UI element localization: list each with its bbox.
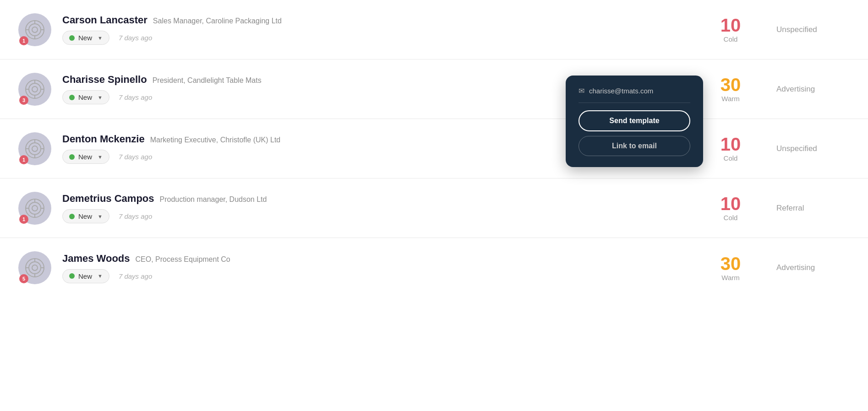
status-dropdown[interactable]: New ▼ [62,31,109,45]
status-dropdown[interactable]: New ▼ [62,150,109,164]
contact-meta: New ▼ 7 days ago [62,209,703,223]
score-label: Warm [721,274,739,281]
time-ago: 7 days ago [119,272,152,280]
status-dropdown[interactable]: New ▼ [62,269,109,283]
svg-point-16 [32,146,38,151]
source-section: Referral [776,204,850,213]
status-dropdown[interactable]: New ▼ [62,90,109,104]
chevron-down-icon: ▼ [98,214,103,219]
chevron-down-icon: ▼ [98,154,103,160]
svg-point-30 [32,265,38,270]
link-to-email-button[interactable]: Link to email [579,136,690,156]
status-label: New [78,34,92,42]
avatar: 1 [18,132,51,165]
time-ago: 7 days ago [119,212,152,220]
svg-point-23 [32,206,38,211]
avatar: 5 [18,251,51,284]
score-number: 10 [721,16,741,34]
score-number: 30 [721,76,741,94]
status-dot [69,95,75,100]
avatar: 1 [18,13,51,46]
contact-row: 1 Carson Lancaster Sales Manager, Caroli… [0,0,868,59]
contact-row: 5 James Woods CEO, Process Equipment Co … [0,238,868,297]
contact-list: 1 Carson Lancaster Sales Manager, Caroli… [0,0,868,297]
contact-row: 3 Charisse Spinello President, Candlelig… [0,59,868,119]
score-number: 10 [721,195,741,213]
contact-meta: New ▼ 7 days ago [62,269,703,283]
svg-point-22 [29,202,41,214]
source-text: Unspecified [776,144,817,153]
contact-name: Demetrius Campos [62,193,154,205]
badge: 3 [19,96,28,105]
email-icon: ✉ [579,87,584,95]
contact-name: James Woods [62,253,130,265]
contact-title: CEO, Process Equipment Co [136,255,230,264]
status-label: New [78,272,92,280]
svg-point-15 [29,143,41,155]
badge: 5 [19,274,28,283]
score-section: 10 Cold [703,195,758,222]
badge: 1 [19,215,28,224]
popup-email-row: ✉ charisse@tmats.com [579,87,690,103]
svg-point-9 [32,87,38,92]
svg-point-8 [29,83,41,95]
score-section: 30 Warm [703,76,758,103]
status-dot [69,214,75,219]
source-text: Referral [776,204,804,212]
score-section: 10 Cold [703,16,758,43]
contact-name-row: James Woods CEO, Process Equipment Co [62,253,703,265]
source-text: Advertising [776,263,815,272]
badge: 1 [19,36,28,45]
status-label: New [78,93,92,101]
source-section: Unspecified [776,144,850,153]
contact-info: Carson Lancaster Sales Manager, Caroline… [62,14,703,45]
score-section: 30 Warm [703,254,758,281]
contact-name-row: Demetrius Campos Production manager, Dud… [62,193,703,205]
avatar: 1 [18,192,51,225]
contact-title: Sales Manager, Caroline Packaging Ltd [153,17,282,25]
source-section: Advertising [776,85,850,94]
contact-row: 1 Demetrius Campos Production manager, D… [0,178,868,238]
score-number: 10 [721,135,741,153]
svg-point-29 [29,262,41,274]
source-text: Advertising [776,85,815,93]
contact-name-row: Carson Lancaster Sales Manager, Caroline… [62,14,703,26]
score-label: Cold [724,35,738,43]
source-section: Advertising [776,263,850,272]
avatar: 3 [18,73,51,106]
status-label: New [78,212,92,220]
chevron-down-icon: ▼ [98,273,103,279]
contact-title: Marketing Executive, Christofle (UK) Ltd [150,136,281,144]
popup-email-text: charisse@tmats.com [589,87,653,95]
score-label: Cold [724,154,738,162]
contact-row: 1 Denton Mckenzie Marketing Executive, C… [0,119,868,178]
email-popup: ✉ charisse@tmats.com Send template Link … [566,76,703,167]
contact-title: President, Candlelight Table Mats [153,76,262,85]
status-dot [69,154,75,160]
contact-title: Production manager, Dudson Ltd [160,195,267,204]
time-ago: 7 days ago [119,93,152,101]
score-label: Warm [721,95,739,103]
time-ago: 7 days ago [119,153,152,161]
contact-name: Denton Mckenzie [62,133,145,145]
contact-meta: New ▼ 7 days ago [62,31,703,45]
contact-name: Charisse Spinello [62,74,147,86]
contact-info: Demetrius Campos Production manager, Dud… [62,193,703,223]
time-ago: 7 days ago [119,34,152,42]
score-section: 10 Cold [703,135,758,162]
chevron-down-icon: ▼ [98,35,103,41]
svg-point-2 [32,27,38,32]
svg-point-1 [29,24,41,36]
badge: 1 [19,155,28,164]
status-dot [69,273,75,279]
source-text: Unspecified [776,25,817,34]
chevron-down-icon: ▼ [98,95,103,100]
contact-info: James Woods CEO, Process Equipment Co Ne… [62,253,703,283]
status-dropdown[interactable]: New ▼ [62,209,109,223]
score-label: Cold [724,214,738,222]
source-section: Unspecified [776,25,850,34]
status-label: New [78,153,92,161]
status-dot [69,35,75,41]
send-template-button[interactable]: Send template [579,110,690,131]
score-number: 30 [721,254,741,273]
